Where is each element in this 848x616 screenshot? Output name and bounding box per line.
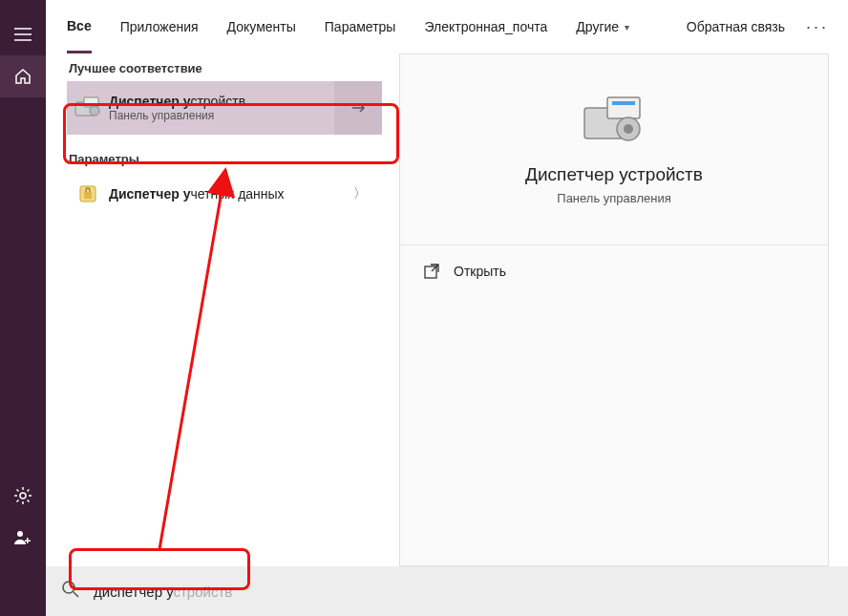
search-input[interactable]: диспетчер устройств	[94, 584, 232, 600]
search-icon	[61, 580, 80, 603]
open-action[interactable]: Открыть	[423, 263, 805, 280]
tab-label: Документы	[227, 19, 296, 34]
svg-point-6	[90, 106, 99, 116]
chevron-down-icon: ▾	[625, 22, 629, 32]
detail-subtitle: Панель управления	[557, 191, 670, 205]
tab-documents[interactable]: Документы	[227, 0, 296, 53]
svg-point-1	[17, 531, 23, 537]
open-icon	[423, 263, 440, 280]
device-manager-icon	[67, 96, 109, 119]
svg-rect-5	[84, 97, 98, 107]
tab-label: Другие	[576, 19, 619, 34]
device-manager-large-icon	[581, 95, 647, 147]
tab-more[interactable]: Другие▾	[576, 0, 629, 53]
tab-settings[interactable]: Параметры	[325, 0, 396, 53]
search-panel: Все Приложения Документы Параметры Элект…	[46, 0, 848, 616]
open-label: Открыть	[454, 264, 506, 279]
more-options-icon[interactable]: ···	[806, 17, 829, 37]
result-credential-manager[interactable]: Диспетчер учетных данных 〉	[67, 172, 382, 216]
home-icon[interactable]	[0, 55, 46, 97]
search-suggestion-text: стройств	[173, 584, 232, 600]
tab-label: Приложения	[120, 19, 199, 34]
tabs-bar: Все Приложения Документы Параметры Элект…	[46, 0, 848, 53]
results-column: Лучшее соответствие Диспетчер устройств …	[67, 53, 382, 566]
search-bar[interactable]: диспетчер устройств	[46, 566, 848, 616]
result-device-manager[interactable]: Диспетчер устройств Панель управления	[67, 81, 382, 135]
best-match-header: Лучшее соответствие	[69, 61, 382, 75]
menu-icon[interactable]	[0, 13, 46, 55]
tab-all[interactable]: Все	[67, 0, 92, 53]
svg-rect-10	[607, 97, 640, 118]
svg-point-0	[20, 493, 26, 499]
svg-rect-13	[612, 101, 635, 105]
svg-rect-8	[84, 192, 92, 199]
param-title: Диспетчер учетных данных	[109, 186, 353, 202]
tab-label: Параметры	[325, 19, 396, 34]
svg-point-12	[624, 124, 633, 134]
detail-pane: Диспетчер устройств Панель управления От…	[399, 53, 829, 566]
feedback-label: Обратная связь	[687, 19, 785, 34]
search-typed-text: диспетчер у	[94, 584, 173, 600]
detail-title: Диспетчер устройств	[525, 164, 703, 185]
tab-label: Электронная_почта	[424, 19, 547, 34]
tab-label: Все	[67, 18, 92, 33]
credential-manager-icon	[67, 183, 109, 204]
svg-point-15	[63, 582, 74, 593]
account-icon[interactable]	[0, 517, 46, 559]
expand-arrow-icon[interactable]	[334, 81, 382, 135]
result-title: Диспетчер устройств	[109, 94, 334, 109]
settings-icon[interactable]	[0, 475, 46, 517]
settings-group-header: Параметры	[69, 152, 382, 166]
tab-email[interactable]: Электронная_почта	[424, 0, 547, 53]
svg-rect-3	[25, 541, 31, 542]
result-subtitle: Панель управления	[109, 109, 334, 122]
chevron-right-icon: 〉	[353, 185, 382, 202]
feedback-link[interactable]: Обратная связь	[687, 0, 785, 53]
tab-apps[interactable]: Приложения	[120, 0, 199, 53]
nav-sidebar	[0, 0, 46, 616]
